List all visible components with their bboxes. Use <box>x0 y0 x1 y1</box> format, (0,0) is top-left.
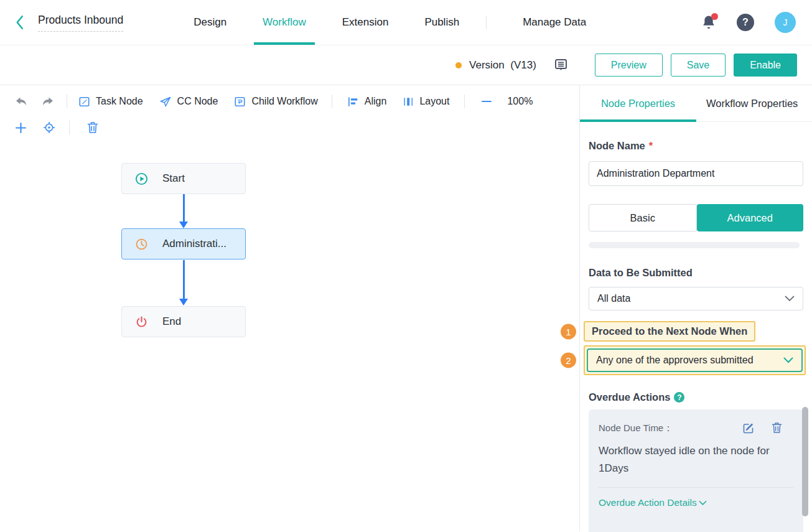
trash-icon <box>772 422 782 434</box>
undo-button[interactable] <box>15 96 28 107</box>
data-to-be-submitted-label: Data to Be Submitted <box>589 267 803 279</box>
user-avatar[interactable]: J <box>775 12 796 33</box>
node-name-label: Node Name * <box>589 140 803 152</box>
annotation-highlight-1: 1 Proceed to the Next Node When <box>584 321 755 342</box>
node-label: Start <box>162 172 185 185</box>
node-label: End <box>162 315 181 328</box>
proceed-condition-select[interactable]: Any one of the approvers submitted <box>587 348 803 372</box>
collapsed-section-placeholder <box>589 242 800 248</box>
toolbar-divider <box>464 95 465 108</box>
version-status-dot <box>455 62 462 68</box>
version-bar: Version (V13) Preview Save Enable <box>0 45 812 85</box>
workflow-canvas[interactable]: Task Node CC Node Child Workflow <box>0 85 579 531</box>
panel-tabs: Node Properties Workflow Properties <box>580 85 812 122</box>
undo-icon <box>15 96 28 107</box>
overdue-actions-label: Overdue Actions ? <box>589 391 803 403</box>
node-due-time-row: Node Due Time： <box>599 422 793 434</box>
edit-overdue-action-button[interactable] <box>742 422 755 434</box>
tab-publish[interactable]: Publish <box>406 0 477 45</box>
locate-button[interactable] <box>43 121 55 134</box>
chevron-left-icon <box>15 14 24 30</box>
header-actions: ? J <box>701 12 796 33</box>
toolbar-divider <box>67 95 67 108</box>
node-start[interactable]: Start <box>121 163 246 194</box>
zoom-in-button[interactable] <box>15 122 27 134</box>
redo-icon <box>41 96 54 107</box>
edit-icon <box>742 422 755 434</box>
node-due-time-label: Node Due Time： <box>599 422 673 434</box>
redo-button[interactable] <box>41 96 54 107</box>
enable-button[interactable]: Enable <box>734 54 797 77</box>
toolbar-divider <box>332 95 332 108</box>
tab-workflow-properties[interactable]: Workflow Properties <box>696 85 812 121</box>
mode-toggle: Basic Advanced <box>589 204 803 231</box>
align-button[interactable]: Align <box>347 96 387 108</box>
main-nav: Design Workflow Extension Publish Manage… <box>175 0 614 45</box>
layout-button[interactable]: Layout <box>403 96 449 108</box>
plus-icon <box>15 122 27 134</box>
add-task-node-button[interactable]: Task Node <box>78 96 143 108</box>
version-notes-button[interactable] <box>554 58 568 72</box>
card-actions <box>742 422 793 434</box>
add-cc-node-button[interactable]: CC Node <box>159 96 218 108</box>
canvas-toolbar-row1: Task Node CC Node Child Workflow <box>0 87 579 116</box>
zoom-level: 100% <box>507 96 533 107</box>
tab-manage-data[interactable]: Manage Data <box>495 0 614 45</box>
comment-icon <box>554 58 568 72</box>
version-label: Version (V13) <box>469 59 536 72</box>
annotation-highlight-2: 2 Any one of the approvers submitted <box>584 345 806 375</box>
page-title: Products Inbound <box>38 14 123 26</box>
chevron-down-icon <box>783 357 793 363</box>
notification-badge <box>711 13 718 20</box>
node-administration-department[interactable]: Administrati... <box>121 228 246 259</box>
tab-extension[interactable]: Extension <box>324 0 407 45</box>
align-icon <box>347 96 359 108</box>
main-area: Task Node CC Node Child Workflow <box>0 85 812 531</box>
overdue-help-icon[interactable]: ? <box>674 392 684 403</box>
save-button[interactable]: Save <box>671 54 726 77</box>
annotation-badge-2: 2 <box>561 353 576 368</box>
data-to-be-submitted-select[interactable]: All data <box>589 287 803 310</box>
play-circle-icon <box>135 172 148 185</box>
node-name-input[interactable] <box>589 161 803 186</box>
connector-arrow <box>179 194 188 228</box>
nav-divider <box>486 16 487 29</box>
advanced-tab[interactable]: Advanced <box>697 204 804 231</box>
clock-icon <box>135 238 148 251</box>
help-button[interactable]: ? <box>737 14 754 31</box>
delete-node-button[interactable] <box>87 121 98 134</box>
trash-icon <box>87 121 98 134</box>
node-end[interactable]: End <box>121 306 246 337</box>
properties-panel: Node Properties Workflow Properties Node… <box>579 85 812 531</box>
chevron-down-icon <box>785 296 795 302</box>
top-header: Products Inbound Design Workflow Extensi… <box>0 0 812 45</box>
connector-arrow <box>179 260 188 306</box>
zoom-out-button[interactable] <box>481 96 492 107</box>
basic-tab[interactable]: Basic <box>589 204 697 231</box>
panel-scrollbar[interactable] <box>802 407 808 516</box>
page-title-wrap[interactable]: Products Inbound <box>38 14 123 32</box>
crosshair-icon <box>43 121 55 134</box>
toolbar-divider <box>69 121 70 134</box>
question-icon: ? <box>742 17 749 28</box>
chevron-down-icon <box>699 500 707 506</box>
tab-workflow[interactable]: Workflow <box>245 0 324 45</box>
power-icon <box>135 315 148 329</box>
overdue-description: Workflow stayed idle on the node for 1Da… <box>599 442 793 477</box>
notifications-button[interactable] <box>701 14 716 30</box>
panel-body: Node Name * Basic Advanced Data to Be Su… <box>580 140 812 532</box>
task-node-icon <box>78 96 90 108</box>
overdue-action-details-link[interactable]: Overdue Action Details <box>599 497 707 508</box>
tab-node-properties[interactable]: Node Properties <box>580 85 696 121</box>
back-button[interactable] <box>15 14 24 30</box>
preview-button[interactable]: Preview <box>595 54 663 77</box>
overdue-action-card: Node Due Time： <box>589 409 803 532</box>
delete-overdue-action-button[interactable] <box>772 422 782 434</box>
layout-icon <box>403 96 414 108</box>
required-mark: * <box>649 140 653 152</box>
minus-icon <box>481 96 492 107</box>
card-divider <box>599 487 793 488</box>
add-child-workflow-button[interactable]: Child Workflow <box>234 96 317 108</box>
tab-design[interactable]: Design <box>175 0 245 45</box>
canvas-toolbar-row2 <box>0 116 579 139</box>
